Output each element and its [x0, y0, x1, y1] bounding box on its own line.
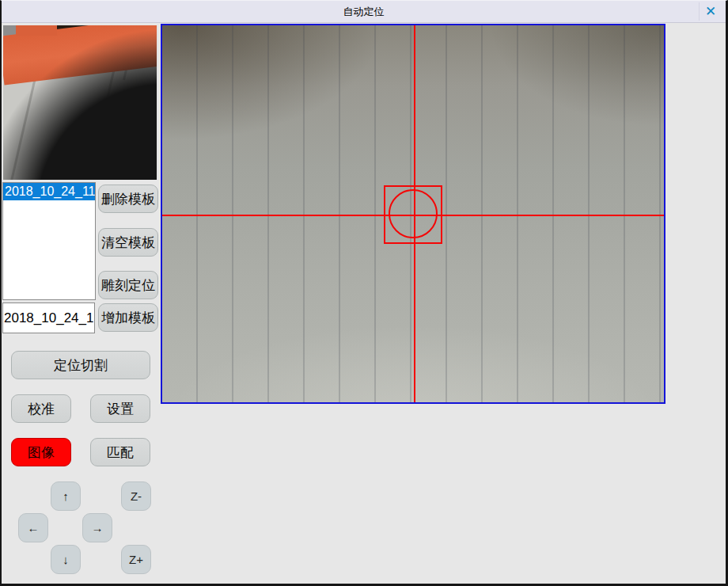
- z-plus-label: Z+: [129, 553, 143, 566]
- jog-right-button[interactable]: →: [82, 513, 112, 542]
- window-title: 自动定位: [2, 1, 726, 23]
- camera-view[interactable]: [161, 24, 665, 404]
- z-minus-label: Z-: [131, 489, 142, 503]
- settings-button[interactable]: 设置: [90, 394, 150, 423]
- close-icon: ✕: [705, 4, 716, 19]
- arrow-left-icon: ←: [28, 521, 40, 535]
- jog-left-button[interactable]: ←: [18, 513, 48, 542]
- calibrate-button[interactable]: 校准: [11, 394, 71, 423]
- titlebar-divider: [699, 2, 700, 21]
- camera-thumbnail: [3, 25, 157, 180]
- template-list[interactable]: 2018_10_24_11: [2, 182, 96, 300]
- z-minus-button[interactable]: Z-: [121, 481, 151, 511]
- engrave-locate-button[interactable]: 雕刻定位: [98, 271, 158, 299]
- arrow-up-icon: ↑: [63, 489, 69, 503]
- close-button[interactable]: ✕: [700, 2, 721, 21]
- auto-locate-dialog: 自动定位 ✕ 2018_10_24_11 删除模板 清空模板 雕刻定位 增加模板…: [0, 0, 728, 586]
- z-plus-button[interactable]: Z+: [121, 545, 151, 574]
- delete-template-button[interactable]: 删除模板: [98, 185, 158, 213]
- arrow-down-icon: ↓: [63, 553, 69, 566]
- titlebar: 自动定位 ✕: [2, 1, 726, 23]
- locate-cut-button[interactable]: 定位切割: [11, 351, 150, 379]
- arrow-right-icon: →: [92, 521, 104, 535]
- match-region-circle: [389, 189, 438, 238]
- clear-template-button[interactable]: 清空模板: [98, 228, 158, 257]
- match-button[interactable]: 匹配: [90, 438, 150, 466]
- image-button[interactable]: 图像: [11, 438, 71, 466]
- jog-up-button[interactable]: ↑: [51, 481, 81, 511]
- template-name-input[interactable]: [2, 303, 95, 333]
- template-list-item[interactable]: 2018_10_24_11: [3, 183, 95, 200]
- thumbnail-dark-blob-decoration: [3, 25, 157, 180]
- add-template-button[interactable]: 增加模板: [98, 303, 158, 332]
- jog-down-button[interactable]: ↓: [51, 545, 81, 574]
